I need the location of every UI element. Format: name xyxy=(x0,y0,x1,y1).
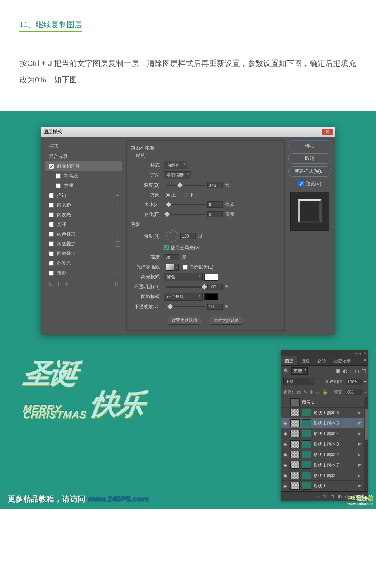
dialog-titlebar[interactable]: 图层样式 ✕ xyxy=(41,127,335,137)
mask-icon[interactable]: ◻ xyxy=(330,494,334,499)
link-layers-icon[interactable]: ⬄ xyxy=(316,494,320,499)
collapse-icon[interactable]: ◄◄ xyxy=(354,351,362,356)
opacity-input[interactable]: 100% xyxy=(346,379,362,385)
size-slider[interactable] xyxy=(166,204,205,205)
style-渐变叠加[interactable]: 渐变叠加+ xyxy=(45,239,122,249)
fx-badge[interactable]: fx xyxy=(358,474,361,478)
effect-checkbox[interactable] xyxy=(56,173,61,179)
h-opacity-slider[interactable] xyxy=(166,286,205,288)
ok-button[interactable]: 确定 xyxy=(288,140,331,151)
footer-link[interactable]: www.240PS.com xyxy=(88,494,149,503)
chevron-down-icon[interactable]: ▾ xyxy=(364,390,366,394)
s-opacity-slider[interactable] xyxy=(166,306,205,307)
style-斜面和浮雕[interactable]: 斜面和浮雕 xyxy=(45,161,122,171)
style-纹理[interactable]: 纹理 xyxy=(45,181,122,191)
filter-image-icon[interactable]: ▣ xyxy=(336,368,340,374)
layer-item[interactable]: 图层 1 xyxy=(281,397,368,408)
gloss-contour[interactable] xyxy=(166,264,174,271)
visibility-icon[interactable]: ◉ xyxy=(283,421,288,426)
lock-position-icon[interactable]: ✥ xyxy=(310,390,313,395)
layer-item[interactable]: ◉形状 1 副本fx⌄ xyxy=(281,470,368,481)
style-投影[interactable]: 投影+ xyxy=(45,268,122,278)
filter-select[interactable]: 类型 xyxy=(291,367,308,375)
style-外发光[interactable]: 外发光 xyxy=(45,258,122,268)
filter-shape-icon[interactable]: ◻ xyxy=(355,368,359,374)
new-style-button[interactable]: 新建样式(W)... xyxy=(288,166,331,177)
shadow-mode-select[interactable]: 正片叠底 xyxy=(164,293,203,301)
scrollbar-thumb[interactable] xyxy=(365,409,368,440)
highlight-mode-select[interactable]: 滤色 xyxy=(164,273,203,281)
fx-badge[interactable]: fx xyxy=(358,421,361,425)
layer-item[interactable]: ◉形状 1 副本 3fx⌄ xyxy=(281,439,368,449)
lock-artboard-icon[interactable]: ▭ xyxy=(316,390,320,395)
layer-item[interactable]: ◉形状 1fx⌄ xyxy=(281,481,368,491)
size-input[interactable]: 6 xyxy=(207,201,223,208)
fx-icon[interactable]: fx xyxy=(49,281,53,287)
layer-item[interactable]: ◉形状 1 副本 4fx⌄ xyxy=(281,428,368,439)
close-icon[interactable]: ✕ xyxy=(322,129,333,135)
style-内阴影[interactable]: 内阴影+ xyxy=(45,200,122,210)
soften-input[interactable]: 0 xyxy=(207,211,223,217)
lock-pixels-icon[interactable]: ✎ xyxy=(304,390,307,395)
soften-slider[interactable] xyxy=(166,214,205,215)
effect-checkbox[interactable] xyxy=(49,232,54,237)
style-颜色叠加[interactable]: 颜色叠加+ xyxy=(45,229,122,239)
highlight-color[interactable] xyxy=(204,274,218,281)
global-light-checkbox[interactable] xyxy=(164,245,169,250)
angle-input[interactable]: 120 xyxy=(180,233,196,239)
make-default-button[interactable]: 设置为默认值 xyxy=(166,316,203,325)
style-图案叠加[interactable]: 图案叠加 xyxy=(45,249,122,258)
effect-checkbox[interactable] xyxy=(49,261,54,266)
visibility-icon[interactable]: ◉ xyxy=(283,442,288,447)
layer-item[interactable]: 形状 1 副本 6fx⌄ xyxy=(281,408,368,418)
fx-badge[interactable]: fx xyxy=(358,432,361,436)
style-描边[interactable]: 描边+ xyxy=(45,191,122,200)
fx-badge[interactable]: fx xyxy=(358,453,361,457)
tab-图层[interactable]: 图层 xyxy=(281,356,297,365)
style-等高线[interactable]: 等高线 xyxy=(45,171,122,181)
direction-up-radio[interactable] xyxy=(166,193,170,197)
effect-checkbox[interactable] xyxy=(49,271,54,276)
visibility-icon[interactable]: ◉ xyxy=(283,452,288,457)
preview-checkbox[interactable] xyxy=(298,181,304,186)
visibility-icon[interactable]: ◉ xyxy=(283,431,288,436)
fill-input[interactable]: 0% xyxy=(346,389,362,395)
h-opacity-input[interactable]: 100 xyxy=(207,284,223,290)
panel-menu-icon[interactable]: ≡ xyxy=(361,356,368,365)
shadow-color[interactable] xyxy=(204,293,218,300)
filter-smart-icon[interactable]: ◫ xyxy=(362,368,366,374)
antialias-checkbox[interactable] xyxy=(183,265,188,270)
blend-mode-select[interactable]: 正常 xyxy=(283,378,314,385)
fx-badge[interactable]: fx xyxy=(358,484,361,488)
effect-checkbox[interactable] xyxy=(49,241,54,246)
tab-路径[interactable]: 路径 xyxy=(314,356,330,365)
effect-checkbox[interactable] xyxy=(49,164,54,169)
angle-wheel[interactable] xyxy=(166,230,178,242)
effect-checkbox[interactable] xyxy=(56,183,61,188)
adjustment-icon[interactable]: ◐ xyxy=(338,494,342,499)
technique-select[interactable]: 雕刻清晰 xyxy=(164,171,191,179)
reset-default-button[interactable]: 复位为默认值 xyxy=(208,316,245,325)
filter-adjust-icon[interactable]: ◐ xyxy=(343,368,347,374)
plus-icon[interactable]: + xyxy=(115,203,120,208)
visibility-icon[interactable]: ◉ xyxy=(283,473,288,478)
close-panel-icon[interactable]: ✕ xyxy=(364,351,367,356)
effect-checkbox[interactable] xyxy=(49,222,54,227)
visibility-icon[interactable]: ◉ xyxy=(283,484,288,489)
style-光泽[interactable]: 光泽 xyxy=(45,220,122,229)
fx-badge[interactable]: fx xyxy=(358,442,361,446)
effect-checkbox[interactable] xyxy=(49,251,54,256)
style-select[interactable]: 内斜面 xyxy=(164,161,187,169)
direction-down-radio[interactable] xyxy=(184,193,188,197)
up-arrow-icon[interactable]: ⬆ xyxy=(57,281,61,287)
trash-icon[interactable]: 🗑 xyxy=(114,281,119,287)
fx-badge[interactable]: fx xyxy=(358,411,361,415)
lock-transparent-icon[interactable]: ▨ xyxy=(297,390,301,395)
chevron-down-icon[interactable]: ▾ xyxy=(364,380,366,383)
plus-icon[interactable]: + xyxy=(115,241,120,247)
layer-item[interactable]: ◉形状 1 副本 5fx⌄ xyxy=(281,418,368,428)
effect-checkbox[interactable] xyxy=(49,212,54,217)
tab-历史记录[interactable]: 历史记录 xyxy=(330,356,355,365)
lock-all-icon[interactable]: 🔒 xyxy=(323,390,328,395)
search-icon[interactable]: 🔍 xyxy=(283,368,289,374)
